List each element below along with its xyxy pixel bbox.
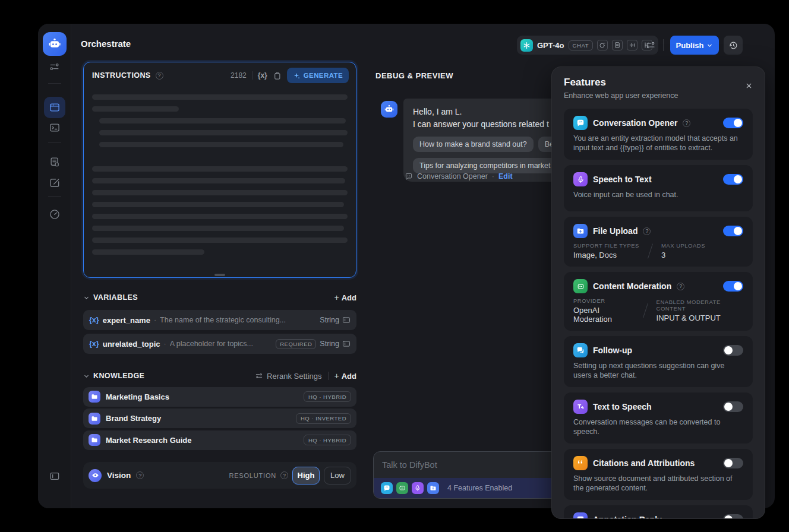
rail-divider bbox=[48, 196, 61, 197]
close-icon[interactable] bbox=[742, 79, 755, 92]
variable-icon: {x} bbox=[89, 316, 99, 324]
insert-variable-icon[interactable]: {x} bbox=[258, 71, 267, 80]
follow-up-toggle[interactable] bbox=[723, 345, 743, 356]
field-value: OpenAI Moderation bbox=[573, 306, 635, 324]
field-label: MAX UPLOADS bbox=[661, 242, 705, 249]
chevron-down-icon[interactable] bbox=[83, 294, 90, 301]
help-icon[interactable]: ? bbox=[136, 471, 144, 479]
instructions-text-skeleton[interactable] bbox=[84, 88, 356, 261]
rail-item-terminal-icon[interactable] bbox=[44, 117, 65, 138]
publish-button[interactable]: Publish bbox=[670, 36, 719, 55]
generate-label: GENERATE bbox=[304, 72, 343, 79]
publish-label: Publish bbox=[676, 41, 704, 50]
file-upload-icon bbox=[573, 224, 588, 238]
annotation-reply-toggle[interactable] bbox=[723, 514, 743, 519]
collapse-sidebar-icon[interactable] bbox=[44, 466, 65, 487]
version-history-icon[interactable] bbox=[724, 36, 743, 55]
conversation-opener-row: Conversation Opener Edit bbox=[405, 172, 513, 180]
input-field-icon bbox=[342, 316, 351, 324]
field-label: PROVIDER bbox=[573, 297, 635, 304]
field-label: ENABLED MODERATE CONTENT bbox=[657, 299, 743, 312]
copy-icon[interactable] bbox=[273, 71, 282, 80]
feature-card-citations: Citations and Attributions Show source d… bbox=[564, 449, 753, 500]
variable-row[interactable]: {x} unrelated_topic A placeholder for to… bbox=[83, 334, 356, 354]
model-selector[interactable]: GPT-4o CHAT bbox=[517, 36, 658, 55]
divider bbox=[252, 71, 253, 80]
feature-title: Text to Speech bbox=[593, 402, 652, 411]
debug-preview-title: DEBUG & PREVIEW bbox=[375, 71, 453, 80]
content-moderation-icon bbox=[573, 279, 588, 293]
field-value: INPUT & OUTPUT bbox=[657, 314, 743, 322]
feature-card-content-moderation: Content Moderation ? PROVIDER OpenAI Mod… bbox=[564, 272, 753, 331]
suggested-question-chip[interactable]: How to make a brand stand out? bbox=[413, 137, 534, 152]
conversation-opener-icon bbox=[573, 116, 588, 130]
feature-description: Show source document and attributed sect… bbox=[573, 474, 743, 493]
vision-section: Vision ? RESOLUTION ? High Low bbox=[83, 462, 356, 489]
content-moderation-toggle[interactable] bbox=[723, 281, 743, 292]
instructions-panel[interactable]: INSTRUCTIONS ? 2182 {x} GENERATE bbox=[83, 62, 356, 278]
left-rail bbox=[38, 24, 71, 508]
feature-card-text-to-speech: Text to Speech Conversation messages can… bbox=[564, 392, 753, 444]
speech-to-text-toggle[interactable] bbox=[723, 174, 743, 185]
knowledge-item[interactable]: Brand Strategy HQ · INVERTED bbox=[83, 408, 356, 428]
help-icon[interactable]: ? bbox=[280, 471, 288, 479]
help-icon[interactable]: ? bbox=[677, 283, 684, 290]
variable-description: A placeholder for topics... bbox=[170, 340, 273, 348]
generate-button[interactable]: GENERATE bbox=[287, 68, 349, 83]
required-badge: REQUIRED bbox=[276, 339, 316, 349]
citations-toggle[interactable] bbox=[723, 458, 743, 468]
variable-description: The name of the strategic consulting... bbox=[160, 316, 316, 324]
slash-divider bbox=[648, 243, 653, 258]
help-icon[interactable]: ? bbox=[683, 119, 690, 127]
conversation-opener-toggle[interactable] bbox=[723, 118, 743, 128]
dot-separator bbox=[163, 340, 166, 348]
rail-item-annotations-icon[interactable] bbox=[44, 172, 65, 194]
folder-icon bbox=[89, 434, 100, 446]
knowledge-item[interactable]: Market Research Guide HQ · HYBRID bbox=[83, 430, 356, 450]
variables-section: VARIABLES +Add {x} expert_name The name … bbox=[83, 289, 356, 354]
variable-row[interactable]: {x} expert_name The name of the strategi… bbox=[83, 310, 356, 330]
add-label: Add bbox=[342, 372, 356, 381]
knowledge-section: KNOWLEDGE Rerank Settings +Add Marketing… bbox=[83, 367, 356, 450]
suggested-question-chip[interactable]: Tips for analyzing competitors in market bbox=[413, 158, 557, 173]
feature-card-file-upload: File Upload ? SUPPORT FILE TYPES Image, … bbox=[564, 217, 753, 267]
model-mode-badge: CHAT bbox=[569, 40, 594, 50]
folder-icon bbox=[89, 413, 100, 425]
rerank-settings-button[interactable]: Rerank Settings bbox=[255, 372, 322, 381]
resolution-high-button[interactable]: High bbox=[292, 467, 320, 484]
rail-item-monitoring-icon[interactable] bbox=[44, 204, 65, 225]
add-knowledge-button[interactable]: +Add bbox=[334, 371, 356, 381]
feature-description: Conversation messages can be converted t… bbox=[573, 417, 743, 436]
variable-type: String bbox=[320, 340, 339, 348]
rail-divider bbox=[48, 83, 61, 84]
openai-logo-icon bbox=[520, 39, 533, 52]
features-title: Features bbox=[564, 77, 606, 88]
help-icon[interactable]: ? bbox=[643, 227, 651, 235]
knowledge-item[interactable]: Marketing Basics HQ · HYBRID bbox=[83, 387, 356, 407]
dot-separator bbox=[492, 172, 494, 180]
field-value: 3 bbox=[661, 251, 705, 259]
text-to-speech-toggle[interactable] bbox=[723, 401, 743, 412]
rail-item-logs-icon[interactable] bbox=[44, 151, 65, 173]
feature-title: Annotation Reply bbox=[593, 515, 662, 519]
eye-icon bbox=[89, 469, 102, 482]
folder-icon bbox=[89, 391, 100, 403]
feature-description: Voice input can be used in chat. bbox=[573, 190, 743, 200]
app-logo-robot-icon[interactable] bbox=[43, 32, 67, 56]
conversation-opener-icon bbox=[381, 482, 393, 494]
help-icon[interactable]: ? bbox=[156, 72, 163, 80]
file-upload-toggle[interactable] bbox=[723, 226, 743, 236]
resize-handle[interactable] bbox=[214, 274, 225, 276]
add-variable-button[interactable]: +Add bbox=[334, 293, 356, 302]
chevron-down-icon[interactable] bbox=[83, 373, 90, 379]
knowledge-badge: HQ · INVERTED bbox=[296, 413, 351, 424]
char-count: 2182 bbox=[231, 71, 247, 80]
rerank-label: Rerank Settings bbox=[267, 372, 322, 381]
knowledge-name: Market Research Guide bbox=[106, 436, 298, 445]
resolution-low-button[interactable]: Low bbox=[324, 467, 351, 484]
model-parameters-icon[interactable] bbox=[643, 38, 658, 52]
edit-opener-link[interactable]: Edit bbox=[498, 172, 513, 180]
rail-item-orchestrate-active[interactable] bbox=[44, 97, 65, 118]
orchestrate-settings-icon[interactable] bbox=[44, 56, 65, 77]
feature-card-follow-up: Follow-up Setting up next questions sugg… bbox=[564, 336, 753, 387]
